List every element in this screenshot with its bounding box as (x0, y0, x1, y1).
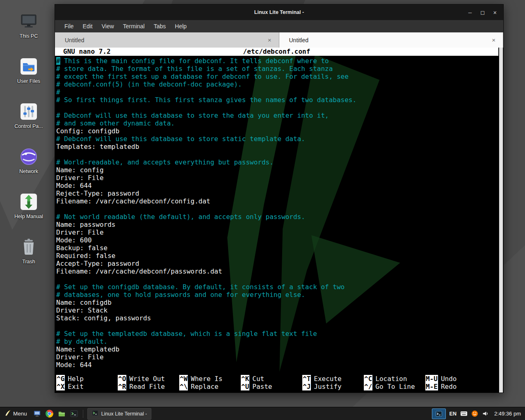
tab-close-icon[interactable]: × (490, 37, 497, 43)
maximize-button[interactable]: □ (481, 9, 484, 15)
shortcut-key: ^R (118, 383, 126, 390)
terminal-launcher[interactable] (69, 409, 80, 419)
start-menu-button[interactable]: Menu (0, 407, 31, 420)
tab-label: Untitled (289, 37, 491, 43)
desktop-icon-control-pa[interactable]: Control Pa... (7, 102, 50, 129)
nano-line: Driver: File (56, 174, 502, 182)
keyboard-icon[interactable] (460, 411, 468, 416)
nano-line: # This is the main config file for debco… (56, 57, 502, 65)
desktop-icon-this-pc[interactable]: This PC (7, 11, 50, 39)
shortcut-key: M-E (425, 383, 438, 390)
nano-shortcut-go-to-line[interactable]: ^/Go To Line (364, 383, 425, 390)
nano-line: # Debconf will use this database to stor… (56, 135, 502, 143)
task-button-label: Linux Lite Terminal - (101, 411, 147, 417)
nano-line: # and some other dynamic data. (56, 119, 502, 127)
chrome-launcher[interactable] (44, 409, 55, 419)
nano-shortcut-exit[interactable]: ^XExit (56, 383, 118, 390)
nano-shortcut-bar: ^GHelp^OWrite Out^WWhere Is^KCut^TExecut… (56, 375, 498, 390)
nano-line: Name: templatedb (56, 345, 502, 353)
nano-line: # store data. The format of this file is… (56, 65, 502, 73)
menu-item-help[interactable]: Help (170, 21, 191, 32)
desktop-icon-label: Control Pa... (7, 123, 50, 129)
nano-line: Name: passwords (56, 221, 502, 228)
nano-shortcut-justify[interactable]: ^JJustify (302, 383, 364, 390)
window-titlebar[interactable]: Linux Lite Terminal - – □ ✕ (55, 5, 503, 20)
terminal-area[interactable]: GNU nano 7.2 /etc/debconf.conf # This is… (55, 48, 503, 393)
nano-line: Name: config (56, 166, 502, 174)
nano-shortcut-help[interactable]: ^GHelp (56, 375, 118, 383)
keyboard-layout-indicator[interactable]: EN (450, 411, 457, 417)
nano-line: Filename: /var/cache/debconf/passwords.d… (56, 267, 502, 275)
terminal-scrollbar[interactable] (499, 48, 503, 393)
nano-line: Accept-Type: password (56, 260, 502, 267)
shortcut-key: ^/ (364, 383, 372, 390)
nano-line: Config: configdb (56, 127, 502, 135)
nano-filename: /etc/debconf.conf (55, 48, 498, 56)
menu-item-file[interactable]: File (60, 21, 78, 32)
task-button-terminal[interactable]: Linux Lite Terminal - (87, 408, 152, 420)
nano-line: Templates: templatedb (56, 143, 502, 151)
shortcut-label: Execute (311, 375, 341, 383)
nano-line: # Set up the configdb database. By defau… (56, 283, 502, 291)
nano-line: Name: configdb (56, 299, 502, 306)
shortcut-key: ^G (56, 375, 65, 383)
menu-item-view[interactable]: View (97, 21, 119, 32)
shortcut-key: ^J (302, 383, 311, 390)
desktop-icon-network[interactable]: Network (7, 147, 50, 174)
menu-item-edit[interactable]: Edit (78, 21, 97, 32)
tray-terminal-indicator[interactable] (432, 409, 446, 419)
shortcut-label: Redo (438, 383, 457, 390)
nano-shortcut-write-out[interactable]: ^OWrite Out (118, 375, 179, 383)
nano-line: Filename: /var/cache/debconf/config.dat (56, 197, 502, 205)
shortcut-key: ^W (179, 375, 188, 383)
file-manager-launcher[interactable] (57, 409, 67, 419)
desktop-icon-help-manual[interactable]: Help Manual (7, 192, 50, 219)
shortcut-key: ^C (364, 375, 372, 383)
trash-icon (7, 237, 50, 257)
desktop-icon-label: Network (7, 169, 50, 174)
nano-line (56, 104, 502, 112)
shortcut-label: Paste (249, 383, 272, 390)
nano-shortcut-undo[interactable]: M-UUndo (425, 375, 487, 383)
desktop-icon-label: User Files (7, 78, 50, 84)
shortcut-label: Replace (188, 383, 218, 390)
desktop-icon-user-files[interactable]: User Files (7, 57, 50, 84)
nano-line: Driver: File (56, 353, 502, 361)
nano-shortcut-replace[interactable]: ^\Replace (179, 383, 241, 390)
nano-shortcut-where-is[interactable]: ^WWhere Is (179, 375, 241, 383)
nano-shortcut-location[interactable]: ^CLocation (364, 375, 425, 383)
terminal-tab-1[interactable]: Untitled× (55, 32, 279, 48)
nano-line: Mode: 600 (56, 236, 502, 244)
close-button[interactable]: ✕ (493, 9, 497, 15)
shortcut-key: ^O (118, 375, 126, 383)
nano-line: # (56, 88, 502, 96)
nano-shortcut-execute[interactable]: ^TExecute (302, 375, 364, 383)
shortcut-key: ^U (241, 383, 249, 390)
nano-shortcut-cut[interactable]: ^KCut (241, 375, 302, 383)
desktop-icon-label: This PC (7, 33, 50, 39)
nano-titlebar: GNU nano 7.2 /etc/debconf.conf (55, 48, 498, 56)
desktop-icon-label: Help Manual (7, 214, 50, 219)
nano-line: Mode: 644 (56, 182, 502, 189)
shortcut-label: Where Is (188, 375, 222, 383)
nano-line: # debconf.conf(5) (in the debconf-doc pa… (56, 80, 502, 88)
terminal-tab-2[interactable]: Untitled× (279, 32, 504, 48)
minimize-button[interactable]: – (468, 9, 472, 15)
nano-buffer[interactable]: # This is the main config file for debco… (55, 56, 503, 369)
menu-item-tabs[interactable]: Tabs (149, 21, 171, 32)
scrollbar-thumb[interactable] (499, 48, 503, 393)
volume-icon[interactable] (482, 410, 489, 417)
window-title: Linux Lite Terminal - (55, 9, 503, 15)
desktop-icon-trash[interactable]: Trash (7, 237, 50, 265)
help-manual-icon (7, 192, 50, 212)
nano-shortcut-paste[interactable]: ^UPaste (241, 383, 302, 390)
menu-item-terminal[interactable]: Terminal (119, 21, 149, 32)
tab-close-icon[interactable]: × (266, 37, 273, 43)
nano-shortcut-read-file[interactable]: ^RRead File (118, 383, 179, 390)
shortcut-key: ^X (56, 383, 65, 390)
display-settings-launcher[interactable] (32, 409, 43, 419)
notifier-icon[interactable] (471, 410, 478, 417)
terminal-icon (92, 410, 98, 418)
nano-shortcut-redo[interactable]: M-ERedo (425, 383, 487, 390)
tab-bar: Untitled×Untitled× (55, 32, 503, 48)
